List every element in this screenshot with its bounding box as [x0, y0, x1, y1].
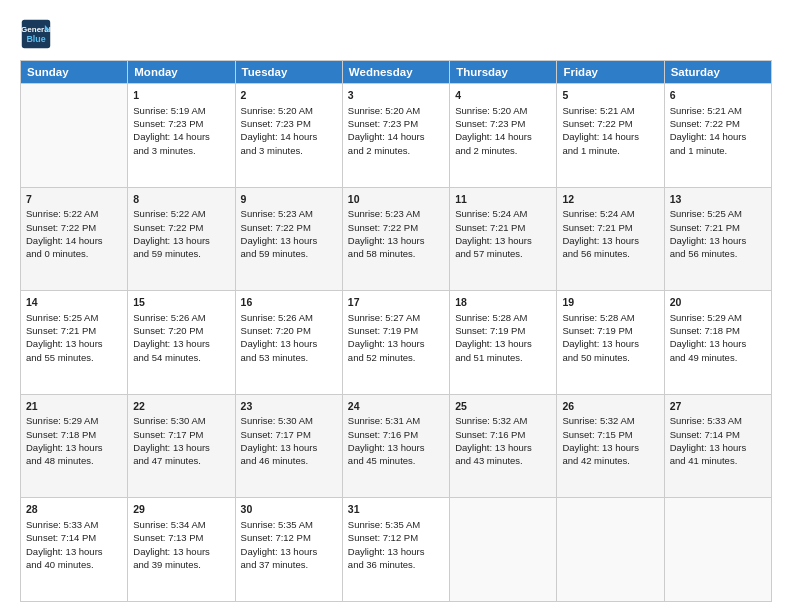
calendar-cell: 5Sunrise: 5:21 AMSunset: 7:22 PMDaylight… — [557, 84, 664, 188]
calendar-cell: 15Sunrise: 5:26 AMSunset: 7:20 PMDayligh… — [128, 291, 235, 395]
day-number: 20 — [670, 295, 766, 310]
day-number: 27 — [670, 399, 766, 414]
calendar-cell: 24Sunrise: 5:31 AMSunset: 7:16 PMDayligh… — [342, 394, 449, 498]
weekday-header-thursday: Thursday — [450, 61, 557, 84]
day-number: 7 — [26, 192, 122, 207]
calendar-week-5: 28Sunrise: 5:33 AMSunset: 7:14 PMDayligh… — [21, 498, 772, 602]
day-number: 9 — [241, 192, 337, 207]
calendar-week-4: 21Sunrise: 5:29 AMSunset: 7:18 PMDayligh… — [21, 394, 772, 498]
calendar-week-2: 7Sunrise: 5:22 AMSunset: 7:22 PMDaylight… — [21, 187, 772, 291]
day-number: 31 — [348, 502, 444, 517]
day-number: 1 — [133, 88, 229, 103]
page: General Blue SundayMondayTuesdayWednesda… — [0, 0, 792, 612]
day-number: 25 — [455, 399, 551, 414]
calendar-cell: 31Sunrise: 5:35 AMSunset: 7:12 PMDayligh… — [342, 498, 449, 602]
calendar-cell: 20Sunrise: 5:29 AMSunset: 7:18 PMDayligh… — [664, 291, 771, 395]
logo: General Blue — [20, 18, 52, 50]
calendar-cell: 2Sunrise: 5:20 AMSunset: 7:23 PMDaylight… — [235, 84, 342, 188]
calendar-cell: 14Sunrise: 5:25 AMSunset: 7:21 PMDayligh… — [21, 291, 128, 395]
day-number: 12 — [562, 192, 658, 207]
calendar-cell: 6Sunrise: 5:21 AMSunset: 7:22 PMDaylight… — [664, 84, 771, 188]
svg-text:Blue: Blue — [26, 34, 45, 44]
calendar-cell — [450, 498, 557, 602]
day-number: 23 — [241, 399, 337, 414]
day-number: 4 — [455, 88, 551, 103]
calendar-cell: 1Sunrise: 5:19 AMSunset: 7:23 PMDaylight… — [128, 84, 235, 188]
day-number: 18 — [455, 295, 551, 310]
calendar-cell: 17Sunrise: 5:27 AMSunset: 7:19 PMDayligh… — [342, 291, 449, 395]
calendar-cell: 23Sunrise: 5:30 AMSunset: 7:17 PMDayligh… — [235, 394, 342, 498]
day-number: 28 — [26, 502, 122, 517]
calendar-cell: 29Sunrise: 5:34 AMSunset: 7:13 PMDayligh… — [128, 498, 235, 602]
calendar-cell: 26Sunrise: 5:32 AMSunset: 7:15 PMDayligh… — [557, 394, 664, 498]
day-number: 15 — [133, 295, 229, 310]
calendar-cell — [557, 498, 664, 602]
day-number: 13 — [670, 192, 766, 207]
calendar-cell: 13Sunrise: 5:25 AMSunset: 7:21 PMDayligh… — [664, 187, 771, 291]
calendar-week-1: 1Sunrise: 5:19 AMSunset: 7:23 PMDaylight… — [21, 84, 772, 188]
calendar-cell: 25Sunrise: 5:32 AMSunset: 7:16 PMDayligh… — [450, 394, 557, 498]
day-number: 17 — [348, 295, 444, 310]
weekday-header-tuesday: Tuesday — [235, 61, 342, 84]
calendar-cell: 30Sunrise: 5:35 AMSunset: 7:12 PMDayligh… — [235, 498, 342, 602]
calendar-cell: 28Sunrise: 5:33 AMSunset: 7:14 PMDayligh… — [21, 498, 128, 602]
calendar-cell: 16Sunrise: 5:26 AMSunset: 7:20 PMDayligh… — [235, 291, 342, 395]
calendar-cell — [21, 84, 128, 188]
day-number: 19 — [562, 295, 658, 310]
calendar-week-3: 14Sunrise: 5:25 AMSunset: 7:21 PMDayligh… — [21, 291, 772, 395]
calendar-cell: 9Sunrise: 5:23 AMSunset: 7:22 PMDaylight… — [235, 187, 342, 291]
day-number: 10 — [348, 192, 444, 207]
calendar-cell: 7Sunrise: 5:22 AMSunset: 7:22 PMDaylight… — [21, 187, 128, 291]
day-number: 14 — [26, 295, 122, 310]
header: General Blue — [20, 18, 772, 50]
day-number: 24 — [348, 399, 444, 414]
day-number: 29 — [133, 502, 229, 517]
calendar-table: SundayMondayTuesdayWednesdayThursdayFrid… — [20, 60, 772, 602]
logo-icon: General Blue — [20, 18, 52, 50]
weekday-header-monday: Monday — [128, 61, 235, 84]
day-number: 3 — [348, 88, 444, 103]
day-number: 30 — [241, 502, 337, 517]
day-number: 6 — [670, 88, 766, 103]
day-number: 26 — [562, 399, 658, 414]
weekday-header-row: SundayMondayTuesdayWednesdayThursdayFrid… — [21, 61, 772, 84]
weekday-header-wednesday: Wednesday — [342, 61, 449, 84]
calendar-cell: 10Sunrise: 5:23 AMSunset: 7:22 PMDayligh… — [342, 187, 449, 291]
calendar-cell: 4Sunrise: 5:20 AMSunset: 7:23 PMDaylight… — [450, 84, 557, 188]
calendar-cell: 27Sunrise: 5:33 AMSunset: 7:14 PMDayligh… — [664, 394, 771, 498]
calendar-cell: 8Sunrise: 5:22 AMSunset: 7:22 PMDaylight… — [128, 187, 235, 291]
day-number: 5 — [562, 88, 658, 103]
day-number: 16 — [241, 295, 337, 310]
calendar-cell: 18Sunrise: 5:28 AMSunset: 7:19 PMDayligh… — [450, 291, 557, 395]
day-number: 11 — [455, 192, 551, 207]
weekday-header-sunday: Sunday — [21, 61, 128, 84]
calendar-cell: 22Sunrise: 5:30 AMSunset: 7:17 PMDayligh… — [128, 394, 235, 498]
calendar-cell: 21Sunrise: 5:29 AMSunset: 7:18 PMDayligh… — [21, 394, 128, 498]
calendar-cell: 19Sunrise: 5:28 AMSunset: 7:19 PMDayligh… — [557, 291, 664, 395]
day-number: 8 — [133, 192, 229, 207]
calendar-cell — [664, 498, 771, 602]
weekday-header-saturday: Saturday — [664, 61, 771, 84]
calendar-cell: 3Sunrise: 5:20 AMSunset: 7:23 PMDaylight… — [342, 84, 449, 188]
day-number: 21 — [26, 399, 122, 414]
calendar-cell: 11Sunrise: 5:24 AMSunset: 7:21 PMDayligh… — [450, 187, 557, 291]
weekday-header-friday: Friday — [557, 61, 664, 84]
day-number: 22 — [133, 399, 229, 414]
calendar-cell: 12Sunrise: 5:24 AMSunset: 7:21 PMDayligh… — [557, 187, 664, 291]
day-number: 2 — [241, 88, 337, 103]
